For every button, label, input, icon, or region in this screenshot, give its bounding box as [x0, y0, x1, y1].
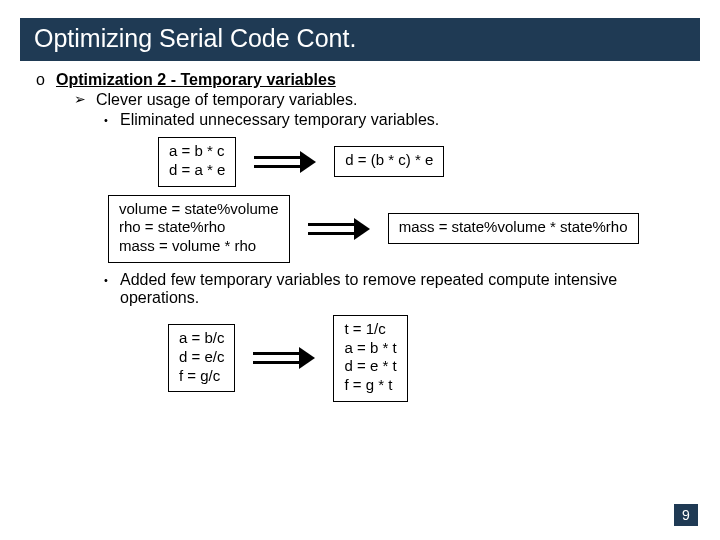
page-number: 9 [674, 504, 698, 526]
bullet-opt2-text: Optimization 2 - Temporary variables [56, 71, 336, 89]
circle-bullet-icon: o [36, 71, 56, 89]
example-2-after: mass = state%volume * state%rho [388, 213, 639, 244]
arrow-icon [253, 347, 315, 369]
arrow-icon [308, 218, 370, 240]
bullet-added-text: Added few temporary variables to remove … [120, 271, 692, 307]
bullet-clever-text: Clever usage of temporary variables. [96, 91, 357, 109]
bullet-clever: ➢ Clever usage of temporary variables. [74, 91, 692, 109]
arrowhead-bullet-icon: ➢ [74, 91, 96, 107]
slide-body: o Optimization 2 - Temporary variables ➢… [0, 71, 720, 402]
example-3-before: a = b/c d = e/c f = g/c [168, 324, 235, 392]
example-3-after: t = 1/c a = b * t d = e * t f = g * t [333, 315, 407, 402]
bullet-added: • Added few temporary variables to remov… [104, 271, 692, 307]
example-2-before: volume = state%volume rho = state%rho ma… [108, 195, 290, 263]
example-1-after: d = (b * c) * e [334, 146, 444, 177]
slide-title: Optimizing Serial Code Cont. [20, 18, 700, 61]
bullet-elim: • Eliminated unnecessary temporary varia… [104, 111, 692, 129]
bullet-opt2-underlined: Optimization 2 - Temporary variables [56, 71, 336, 88]
example-1-row: a = b * c d = a * e d = (b * c) * e [158, 137, 692, 187]
dot-bullet-icon: • [104, 111, 120, 129]
bullet-opt2: o Optimization 2 - Temporary variables [36, 71, 692, 89]
example-2-row: volume = state%volume rho = state%rho ma… [108, 195, 692, 263]
arrow-icon [254, 151, 316, 173]
example-3-row: a = b/c d = e/c f = g/c t = 1/c a = b * … [168, 315, 692, 402]
example-1-before: a = b * c d = a * e [158, 137, 236, 187]
dot-bullet-icon: • [104, 271, 120, 289]
bullet-elim-text: Eliminated unnecessary temporary variabl… [120, 111, 439, 129]
